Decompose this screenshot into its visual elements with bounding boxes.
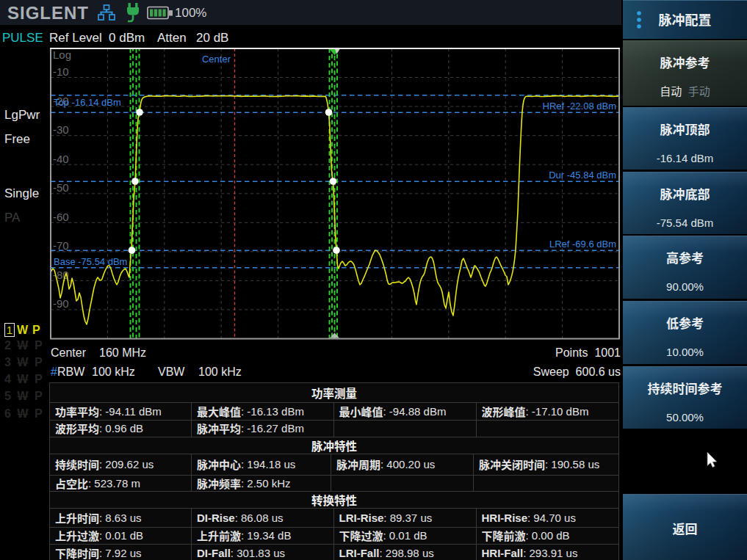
svg-text:-50: -50 xyxy=(53,181,69,194)
svg-text:-40: -40 xyxy=(53,153,69,165)
svg-text:Center: Center xyxy=(202,54,231,65)
svg-text:LRef -69.6 dBm: LRef -69.6 dBm xyxy=(549,239,616,250)
svg-text:Top -16.14 dBm: Top -16.14 dBm xyxy=(54,97,121,108)
svg-text:Log: Log xyxy=(53,48,71,61)
svg-text:-10: -10 xyxy=(53,65,69,78)
svg-text:HRef -22.08 dBm: HRef -22.08 dBm xyxy=(543,101,616,112)
svg-text:Base -75.54 dBm: Base -75.54 dBm xyxy=(54,256,127,267)
svg-text:-90: -90 xyxy=(53,297,69,310)
svg-text:Dur -45.84 dBm: Dur -45.84 dBm xyxy=(549,170,616,181)
svg-text:-30: -30 xyxy=(53,123,69,136)
svg-text:-60: -60 xyxy=(53,211,69,223)
